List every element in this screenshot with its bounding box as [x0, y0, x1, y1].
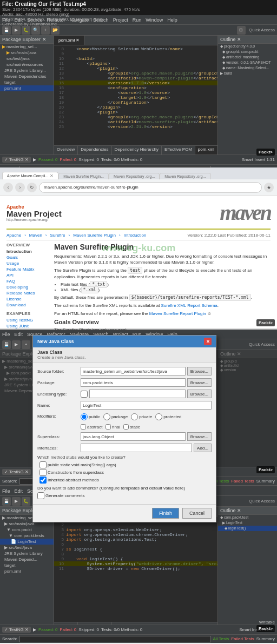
- outline-item[interactable]: ◆ artifactId: mastering: [218, 55, 277, 60]
- tree-item-jre[interactable]: JRE System Library...: [0, 68, 54, 73]
- toolbar-run-bot[interactable]: ▶: [12, 497, 21, 506]
- nav-introduction[interactable]: Introduction: [124, 233, 147, 238]
- nav-maven[interactable]: Maven: [29, 233, 42, 238]
- sidebar-release-notes[interactable]: Release Notes: [6, 290, 50, 296]
- tab-dep-hierarchy[interactable]: Dependency Hierarchy: [112, 146, 162, 155]
- sidebar-download[interactable]: Download: [6, 302, 50, 308]
- browser-tab-3[interactable]: Maven Repository .org...: [109, 173, 160, 179]
- cancel-button[interactable]: Cancel: [182, 508, 212, 519]
- toolbar-run-mid[interactable]: ▶: [12, 340, 21, 349]
- generate-comments-check[interactable]: [37, 492, 44, 499]
- refresh-button[interactable]: ↻: [27, 183, 37, 192]
- method-constructor-check[interactable]: [39, 469, 47, 476]
- bookmark-button[interactable]: ★: [264, 183, 274, 192]
- dialog-close-button[interactable]: ✕: [204, 338, 212, 345]
- outline-item[interactable]: ◆ groupId: com.packt: [218, 49, 277, 55]
- package-input[interactable]: [81, 378, 186, 387]
- nav-surefire-plugin[interactable]: Maven Surefire Plugin: [73, 233, 116, 238]
- source-folder-browse[interactable]: Browse...: [187, 367, 212, 375]
- method-abstract-check[interactable]: [39, 477, 47, 484]
- toolbar-open-icon[interactable]: 📂: [51, 26, 60, 35]
- address-bar[interactable]: maven.apache.org/surefire/maven-surefire…: [39, 182, 262, 193]
- code-content[interactable]: 8 <name>Mastering Selenium WebDriver</na…: [54, 45, 217, 145]
- superclass-browse[interactable]: Browse...: [187, 432, 212, 441]
- outline-item[interactable]: ◆ name: Mastering Seleni...: [218, 65, 277, 71]
- toolbar-debug-icon[interactable]: 🐛: [22, 26, 30, 35]
- testng-tab[interactable]: ✓ TestNG ✕: [2, 157, 31, 163]
- mod-protected-radio[interactable]: [155, 413, 162, 420]
- outline-item[interactable]: ◆ version: 0.0.1-SNAPSHOT: [218, 60, 277, 65]
- outline-logintest-method[interactable]: ◆ loginTest(): [218, 526, 277, 531]
- toolbar-perspective-icon[interactable]: ⊞: [237, 26, 246, 35]
- outline-item[interactable]: ◆ project:entity:4.0.0: [218, 44, 277, 49]
- menu-project[interactable]: Project: [113, 17, 128, 23]
- mod-package-radio[interactable]: [103, 413, 110, 420]
- tree-pom-bot[interactable]: pom.xml: [0, 568, 54, 574]
- testng-tab-bot[interactable]: ✓ TestNG ✕: [2, 627, 31, 633]
- mod-static-check[interactable]: [123, 424, 129, 430]
- tree-compackt-bot[interactable]: ▼ com.packt: [0, 527, 54, 533]
- run-bot[interactable]: ▶: [33, 627, 36, 632]
- run-icon[interactable]: ▶: [33, 157, 36, 162]
- menu-navigate[interactable]: Navigate: [70, 17, 89, 23]
- outline-logintest[interactable]: ▶ LoginTest: [218, 520, 277, 526]
- tree-jre-bot[interactable]: JRE System Library: [0, 551, 54, 556]
- toolbar-search-icon[interactable]: 🔍: [31, 26, 40, 35]
- menu-help[interactable]: Help: [167, 17, 177, 23]
- menu-search[interactable]: Search: [93, 17, 109, 23]
- sidebar-faq[interactable]: FAQ: [6, 278, 50, 284]
- menu-edit-bot[interactable]: Edit: [15, 488, 23, 494]
- enclosing-input[interactable]: [89, 390, 186, 398]
- name-input[interactable]: [81, 401, 212, 410]
- tree-item-mastering[interactable]: ▶ mastering_sel...: [0, 44, 54, 50]
- toolbar-new-mid[interactable]: +: [22, 340, 30, 349]
- toolbar-debug-bot[interactable]: 🐛: [22, 497, 30, 506]
- menu-refactor[interactable]: Refactor: [47, 17, 65, 23]
- nav-apache[interactable]: Apache: [6, 233, 21, 238]
- tab-dependencies[interactable]: Dependencies: [78, 146, 111, 155]
- menu-window[interactable]: Window: [146, 17, 163, 23]
- sidebar-api[interactable]: API: [6, 272, 50, 278]
- editor-tab-pom[interactable]: pom.xml ✕: [54, 36, 84, 45]
- menu-file[interactable]: File: [2, 17, 10, 23]
- search-input-bot[interactable]: [19, 636, 211, 642]
- menu-edit-mid[interactable]: Edit: [15, 332, 23, 337]
- tab-pom-xml[interactable]: pom.xml: [195, 146, 217, 155]
- tree-item-pom[interactable]: pom.xml: [0, 85, 54, 91]
- forward-button[interactable]: ›: [15, 183, 25, 192]
- interfaces-input[interactable]: [81, 444, 192, 452]
- menu-source[interactable]: Source: [27, 17, 43, 23]
- enclosing-browse[interactable]: Browse...: [187, 390, 212, 398]
- superclass-input[interactable]: [81, 432, 186, 441]
- surefire-schema-link[interactable]: Surefire XML Report Schema: [161, 303, 217, 308]
- tree-test-bot[interactable]: ▶ src/test/java: [0, 545, 54, 551]
- browser-tab-2[interactable]: Maven Surefire Plugin...: [58, 173, 109, 179]
- outline-item[interactable]: ▶ build: [218, 71, 277, 76]
- tree-maven-bot[interactable]: Maven Depend...: [0, 556, 54, 562]
- enclosing-checkbox[interactable]: [81, 391, 88, 398]
- toolbar-save-mid[interactable]: 💾: [2, 340, 11, 349]
- browser-tab-1[interactable]: Apache Maven Compil... ✕: [2, 172, 58, 179]
- tree-item-src[interactable]: ▶ src/main/java: [0, 50, 54, 56]
- menu-run[interactable]: Run: [133, 17, 142, 23]
- interfaces-add[interactable]: Add...: [194, 444, 212, 452]
- source-folder-input[interactable]: [81, 367, 186, 375]
- maven-surefire-report-link[interactable]: Maven Surefire Report Plugin: [149, 311, 206, 316]
- method-main-check[interactable]: [39, 461, 47, 468]
- mod-final-check[interactable]: [105, 424, 111, 430]
- testng-tab-mid[interactable]: ✓ TestNG ✕: [2, 469, 31, 475]
- outline-compackt[interactable]: ◆ com.packt.test: [218, 515, 277, 520]
- sidebar-feature-matrix[interactable]: Feature Matrix: [6, 266, 50, 272]
- tree-logintest[interactable]: 📄 LoginTest: [0, 539, 54, 545]
- mod-abstract-check[interactable]: [81, 424, 86, 430]
- tree-item-target[interactable]: target: [0, 79, 54, 85]
- toolbar-run-icon[interactable]: ▶: [12, 26, 21, 35]
- toolbar-save-icon[interactable]: 💾: [2, 26, 11, 35]
- sidebar-usage[interactable]: Usage: [6, 260, 50, 266]
- toolbar-save-bot[interactable]: 💾: [2, 497, 11, 506]
- sidebar-license[interactable]: License: [6, 296, 50, 302]
- mod-private-radio[interactable]: [131, 413, 138, 420]
- tree-item-test[interactable]: src/test/java: [0, 56, 54, 62]
- tab1-close[interactable]: ✕: [50, 173, 54, 178]
- tree-compackt-tests[interactable]: ▼ com.packt.tests: [0, 533, 54, 539]
